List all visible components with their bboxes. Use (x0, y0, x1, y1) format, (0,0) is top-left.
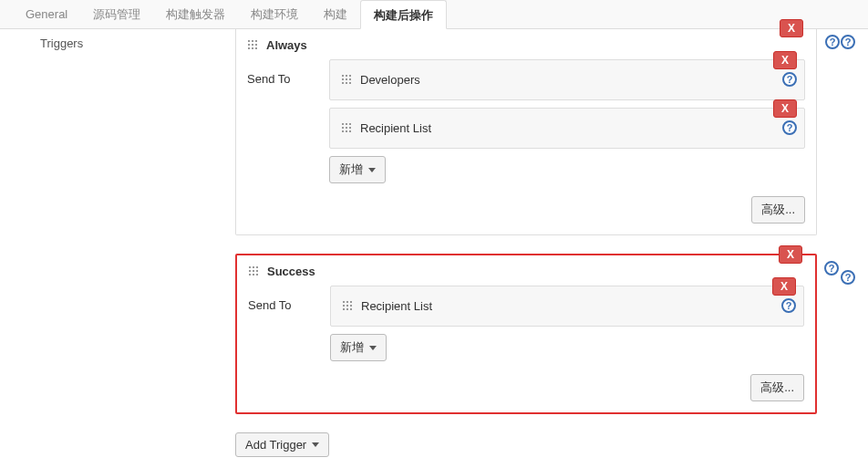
svg-rect-34 (253, 274, 254, 276)
svg-rect-40 (346, 305, 348, 307)
svg-rect-14 (349, 78, 351, 80)
add-trigger-label: Add Trigger (245, 438, 306, 452)
add-recipient-button[interactable]: 新增 (329, 156, 386, 183)
svg-rect-5 (255, 44, 257, 46)
svg-rect-0 (248, 40, 250, 42)
right-gutter: ? ? (824, 29, 868, 468)
sidebar-item-triggers[interactable]: Triggers (0, 33, 228, 54)
svg-rect-36 (343, 301, 345, 303)
trigger-title: Always (247, 38, 805, 52)
help-icon[interactable]: ? (841, 270, 855, 285)
recipient-label: Recipient List (360, 121, 431, 135)
svg-rect-38 (350, 301, 352, 303)
svg-rect-13 (346, 78, 347, 80)
svg-rect-16 (346, 82, 347, 84)
help-icon[interactable]: ? (781, 298, 796, 313)
delete-trigger-always-button[interactable]: X (780, 19, 803, 37)
svg-rect-44 (350, 308, 352, 310)
tab-build-env[interactable]: 构建环境 (238, 0, 311, 29)
svg-rect-37 (346, 301, 348, 303)
svg-rect-9 (342, 75, 344, 77)
advanced-button[interactable]: 高级... (750, 374, 804, 401)
trigger-name-label: Success (267, 265, 315, 278)
trigger-title: Success (248, 265, 804, 278)
svg-rect-18 (342, 123, 344, 125)
help-icon[interactable]: ? (782, 72, 797, 87)
recipient-box-developers: X ? Developers (329, 59, 805, 100)
tabs-bar: General 源码管理 构建触发器 构建环境 构建 构建后操作 (0, 0, 868, 29)
drag-handle-icon[interactable] (247, 39, 259, 51)
svg-rect-24 (342, 130, 344, 132)
svg-rect-29 (256, 266, 258, 268)
send-to-label: Send To (247, 59, 329, 86)
svg-rect-33 (249, 274, 251, 276)
drag-handle-icon[interactable] (248, 265, 260, 277)
svg-rect-3 (248, 44, 250, 46)
tab-build-triggers[interactable]: 构建触发器 (153, 0, 238, 29)
tab-general[interactable]: General (13, 0, 80, 29)
svg-rect-17 (349, 82, 351, 84)
svg-rect-21 (342, 127, 344, 129)
svg-rect-20 (349, 123, 351, 125)
recipient-box-recipient-list: X ? Recipient List (329, 108, 805, 149)
svg-rect-15 (342, 82, 344, 84)
svg-rect-6 (248, 47, 250, 49)
caret-down-icon (312, 442, 319, 447)
tab-build[interactable]: 构建 (311, 0, 360, 29)
delete-recipient-button[interactable]: X (772, 277, 796, 296)
svg-rect-10 (346, 75, 347, 77)
svg-rect-41 (350, 305, 352, 307)
svg-rect-42 (343, 308, 345, 310)
drag-handle-icon[interactable] (341, 74, 353, 86)
help-icon[interactable]: ? (782, 120, 797, 135)
delete-recipient-button[interactable]: X (773, 51, 797, 69)
svg-rect-26 (349, 130, 351, 132)
svg-rect-25 (346, 130, 347, 132)
svg-rect-2 (255, 40, 257, 42)
svg-rect-22 (346, 127, 347, 129)
trigger-section-always: X ? Always Send To X ? (235, 29, 817, 235)
svg-rect-4 (252, 44, 253, 46)
caret-down-icon (368, 168, 376, 172)
svg-rect-28 (253, 266, 254, 268)
drag-handle-icon[interactable] (341, 122, 353, 134)
send-to-label: Send To (248, 286, 330, 312)
svg-rect-32 (256, 270, 258, 272)
add-recipient-button[interactable]: 新增 (330, 334, 387, 361)
delete-trigger-success-button[interactable]: X (779, 245, 802, 264)
caret-down-icon (369, 346, 377, 350)
add-label: 新增 (339, 161, 363, 178)
trigger-section-success: X ? Success Send To X ? (235, 254, 817, 414)
svg-rect-39 (343, 305, 345, 307)
svg-rect-8 (255, 47, 257, 49)
recipient-label: Recipient List (361, 299, 432, 313)
svg-rect-7 (252, 47, 253, 49)
svg-rect-35 (256, 274, 258, 276)
recipient-box-recipient-list: X ? Recipient List (330, 286, 804, 327)
svg-rect-11 (349, 75, 351, 77)
add-trigger-button[interactable]: Add Trigger (235, 432, 329, 457)
svg-rect-31 (253, 270, 254, 272)
add-label: 新增 (340, 339, 364, 356)
tab-post-build[interactable]: 构建后操作 (360, 0, 447, 29)
advanced-button[interactable]: 高级... (751, 196, 805, 224)
svg-rect-23 (349, 127, 351, 129)
help-icon[interactable]: ? (841, 35, 855, 49)
trigger-name-label: Always (266, 38, 307, 52)
recipient-label: Developers (360, 73, 420, 87)
svg-rect-1 (252, 40, 253, 42)
delete-recipient-button[interactable]: X (773, 99, 797, 118)
svg-rect-19 (346, 123, 347, 125)
tab-scm[interactable]: 源码管理 (80, 0, 153, 29)
drag-handle-icon[interactable] (342, 300, 354, 312)
svg-rect-12 (342, 78, 344, 80)
svg-rect-30 (249, 270, 251, 272)
main-content: X ? Always Send To X ? (228, 29, 824, 468)
svg-rect-43 (346, 308, 348, 310)
svg-rect-27 (249, 266, 251, 268)
sidebar: Triggers (0, 29, 228, 468)
